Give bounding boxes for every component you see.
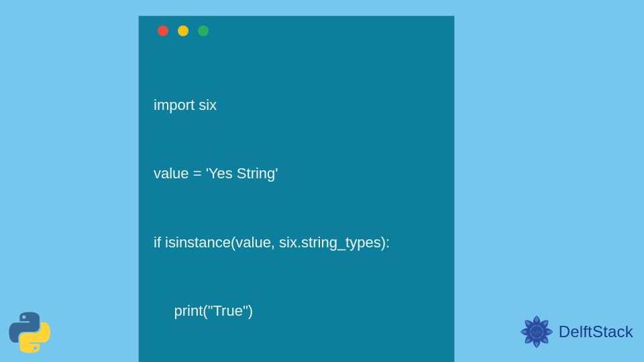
maximize-icon xyxy=(198,25,209,36)
python-logo-icon xyxy=(8,311,51,354)
brand-badge: </> DelftStack xyxy=(519,314,633,350)
code-line: if isinstance(value, six.string_types): xyxy=(154,231,439,254)
traffic-lights xyxy=(158,25,439,36)
delftstack-logo-icon: </> xyxy=(519,314,555,350)
minimize-icon xyxy=(178,25,189,36)
code-line: print("True") xyxy=(154,300,439,322)
code-block: import six value = 'Yes String' if isins… xyxy=(154,48,439,362)
code-window: import six value = 'Yes String' if isins… xyxy=(139,16,454,362)
svg-text:</>: </> xyxy=(532,329,541,335)
brand-name: DelftStack xyxy=(559,322,633,341)
code-line: value = 'Yes String' xyxy=(154,162,439,185)
code-line: import six xyxy=(154,94,439,117)
close-icon xyxy=(158,25,168,36)
